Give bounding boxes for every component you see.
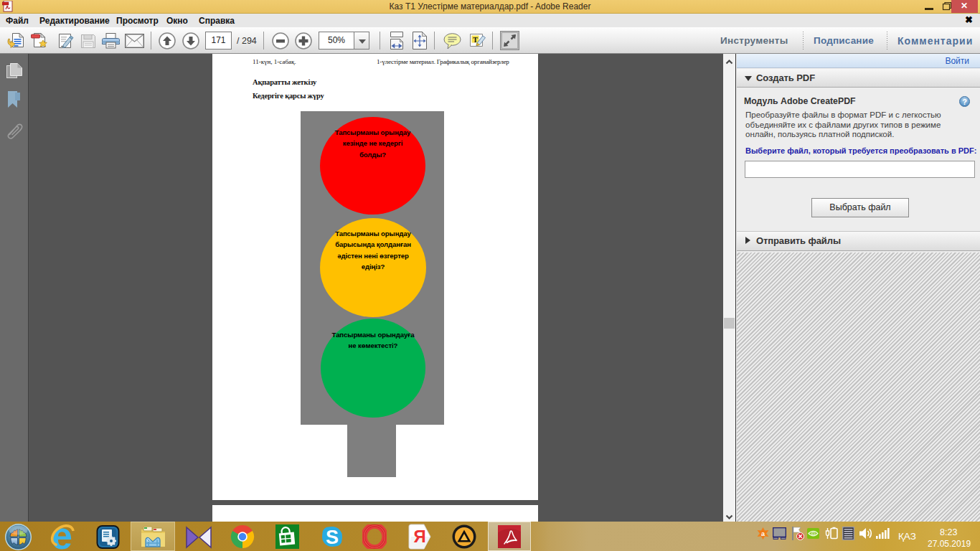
svg-text:S: S	[326, 527, 339, 548]
svg-text:T: T	[473, 36, 478, 44]
svg-text:Я: Я	[413, 527, 425, 546]
